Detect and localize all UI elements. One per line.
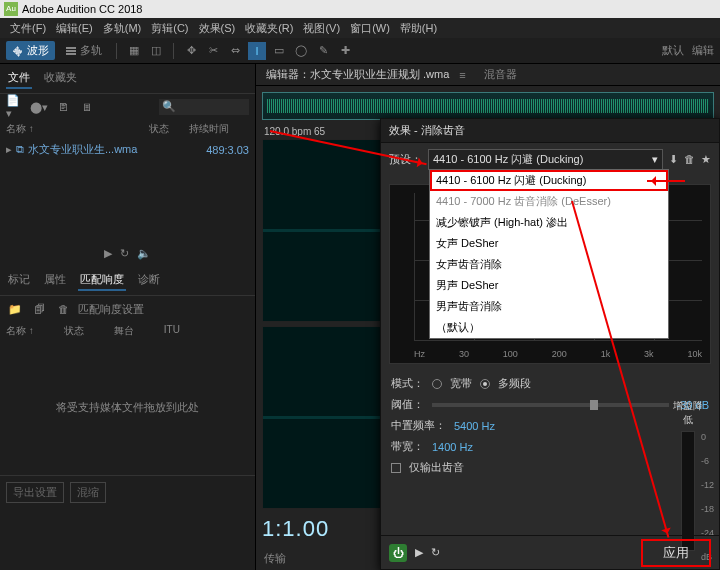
- marquee-tool-icon[interactable]: ▭: [270, 42, 288, 60]
- open-file-icon[interactable]: 📄▾: [6, 98, 24, 116]
- tab-property[interactable]: 属性: [42, 270, 68, 291]
- output-only-checkbox[interactable]: [391, 463, 401, 473]
- menu-window[interactable]: 窗口(W): [346, 20, 394, 36]
- view-multitrack-tab[interactable]: 多轨: [59, 41, 108, 60]
- col-status[interactable]: 状态: [149, 122, 189, 136]
- record-icon[interactable]: ⬤▾: [30, 98, 48, 116]
- bandwidth-value[interactable]: 1400 Hz: [432, 441, 473, 453]
- fx-dialog-title: 效果 - 消除齿音: [381, 119, 719, 143]
- axis-tick: 200: [552, 349, 567, 359]
- tab-files[interactable]: 文件: [6, 68, 32, 89]
- menu-favorites[interactable]: 收藏夹(R): [241, 20, 297, 36]
- axis-tick: 10k: [687, 349, 702, 359]
- razor-tool-icon[interactable]: ✂: [204, 42, 222, 60]
- delete-preset-icon[interactable]: 🗑: [684, 153, 695, 166]
- gain-reduction-label: 增益降低: [669, 399, 707, 427]
- mode-wide-label: 宽带: [450, 376, 472, 391]
- spectral-toggle-icon[interactable]: ◫: [147, 42, 165, 60]
- menu-file[interactable]: 文件(F): [6, 20, 50, 36]
- preset-option[interactable]: 4410 - 7000 Hz 齿音消除 (DeEsser): [430, 191, 668, 212]
- preset-option[interactable]: （默认）: [430, 317, 668, 338]
- menu-bar: 文件(F) 编辑(E) 多轨(M) 剪辑(C) 效果(S) 收藏夹(R) 视图(…: [0, 18, 720, 38]
- preset-option[interactable]: 女声 DeSher: [430, 233, 668, 254]
- preset-option[interactable]: 女声齿音消除: [430, 254, 668, 275]
- center-freq-value[interactable]: 5400 Hz: [454, 420, 495, 432]
- tab-marker[interactable]: 标记: [6, 270, 32, 291]
- col-name[interactable]: 名称 ↑: [6, 122, 149, 136]
- preset-dropdown[interactable]: 4410 - 6100 Hz 闪避 (Ducking) ▾ 4410 - 610…: [428, 149, 663, 170]
- preset-option[interactable]: 男声齿音消除: [430, 296, 668, 317]
- meter-tick: -18: [701, 504, 714, 514]
- threshold-slider[interactable]: [432, 403, 669, 407]
- col2-status[interactable]: 状态: [64, 324, 84, 338]
- separator: [116, 43, 117, 59]
- separator: [173, 43, 174, 59]
- col2-name[interactable]: 名称 ↑: [6, 324, 34, 338]
- mixer-tab[interactable]: 混音器: [484, 67, 517, 82]
- mode-wide-radio[interactable]: [432, 379, 442, 389]
- file-row[interactable]: ▸ ⧉ 水文专业职业生...wma 489:3.03: [0, 140, 255, 159]
- close-tab-icon[interactable]: ≡: [459, 69, 465, 81]
- meter-tick: -12: [701, 480, 714, 490]
- main-toolbar: 波形 多轨 ▦ ◫ ✥ ✂ ⇔ I ▭ ◯ ✎ ✚ 默认 编辑: [0, 38, 720, 64]
- insert-icon[interactable]: 🗏: [78, 98, 96, 116]
- preview-play-icon[interactable]: ▶: [104, 247, 112, 260]
- annotation-arrow: [647, 180, 685, 182]
- preset-option[interactable]: 男声 DeSher: [430, 275, 668, 296]
- export-settings-btn[interactable]: 导出设置: [6, 482, 64, 503]
- fx-preview-play-icon[interactable]: ▶: [415, 546, 423, 559]
- mode-multi-radio[interactable]: [480, 379, 490, 389]
- menu-edit[interactable]: 编辑(E): [52, 20, 97, 36]
- gain-reduction-meter: 增益降低 0 -6 -12 -18 -24 dB: [669, 399, 707, 555]
- menu-multitrack[interactable]: 多轨(M): [99, 20, 146, 36]
- col2-stage[interactable]: 舞台: [114, 324, 134, 338]
- mode-label: 模式：: [391, 376, 424, 391]
- view-waveform-tab[interactable]: 波形: [6, 41, 55, 60]
- tab-favorites[interactable]: 收藏夹: [42, 68, 79, 89]
- axis-tick: 3k: [644, 349, 654, 359]
- preset-option[interactable]: 减少镲铍声 (High-hat) 渗出: [430, 212, 668, 233]
- match-settings-label[interactable]: 匹配响度设置: [78, 302, 144, 317]
- template-icon[interactable]: 🗐: [30, 300, 48, 318]
- edit-icon[interactable]: 🖹: [54, 98, 72, 116]
- preview-loop-icon[interactable]: ↻: [120, 247, 129, 260]
- move-tool-icon[interactable]: ✥: [182, 42, 200, 60]
- col-duration[interactable]: 持续时间: [189, 122, 249, 136]
- overview-waveform[interactable]: [262, 92, 714, 120]
- threshold-label: 阈值：: [391, 397, 424, 412]
- hud-toggle-icon[interactable]: ▦: [125, 42, 143, 60]
- axis-tick: 1k: [601, 349, 611, 359]
- favorite-icon[interactable]: ★: [701, 153, 711, 166]
- remove-icon[interactable]: 🗑: [54, 300, 72, 318]
- waveform-icon: [12, 45, 24, 57]
- open-icon[interactable]: 📁: [6, 300, 24, 318]
- preset-option[interactable]: 4410 - 6100 Hz 闪避 (Ducking): [430, 170, 668, 191]
- col2-itu[interactable]: ITU: [164, 324, 180, 338]
- tab-diagnostic[interactable]: 诊断: [136, 270, 162, 291]
- time-select-tool-icon[interactable]: I: [248, 42, 266, 60]
- slip-tool-icon[interactable]: ⇔: [226, 42, 244, 60]
- dropzone[interactable]: 将受支持媒体文件拖放到此处: [10, 370, 245, 445]
- apply-button[interactable]: 应用: [641, 539, 711, 567]
- mixdown-btn[interactable]: 混缩: [70, 482, 106, 503]
- menu-help[interactable]: 帮助(H): [396, 20, 441, 36]
- file-search-input[interactable]: 🔍: [159, 99, 249, 115]
- editor-file-tab[interactable]: 编辑器：水文专业职业生涯规划 .wma: [262, 65, 453, 84]
- workspace-default[interactable]: 默认: [662, 43, 684, 58]
- menu-clip[interactable]: 剪辑(C): [147, 20, 192, 36]
- menu-view[interactable]: 视图(V): [299, 20, 344, 36]
- expand-icon[interactable]: ▸: [6, 143, 12, 156]
- heal-tool-icon[interactable]: ✚: [336, 42, 354, 60]
- lasso-tool-icon[interactable]: ◯: [292, 42, 310, 60]
- menu-effects[interactable]: 效果(S): [195, 20, 240, 36]
- audio-file-icon: ⧉: [16, 143, 24, 156]
- tab-match-loudness[interactable]: 匹配响度: [78, 270, 126, 291]
- window-titlebar: Au Adobe Audition CC 2018: [0, 0, 720, 18]
- fx-loop-icon[interactable]: ↻: [431, 546, 440, 559]
- fx-power-icon[interactable]: ⏻: [389, 544, 407, 562]
- brush-tool-icon[interactable]: ✎: [314, 42, 332, 60]
- save-preset-icon[interactable]: ⬇: [669, 153, 678, 166]
- timecode-display[interactable]: 1:1.00: [262, 516, 329, 542]
- preview-autoplay-icon[interactable]: 🔈: [137, 247, 151, 260]
- workspace-edit[interactable]: 编辑: [692, 43, 714, 58]
